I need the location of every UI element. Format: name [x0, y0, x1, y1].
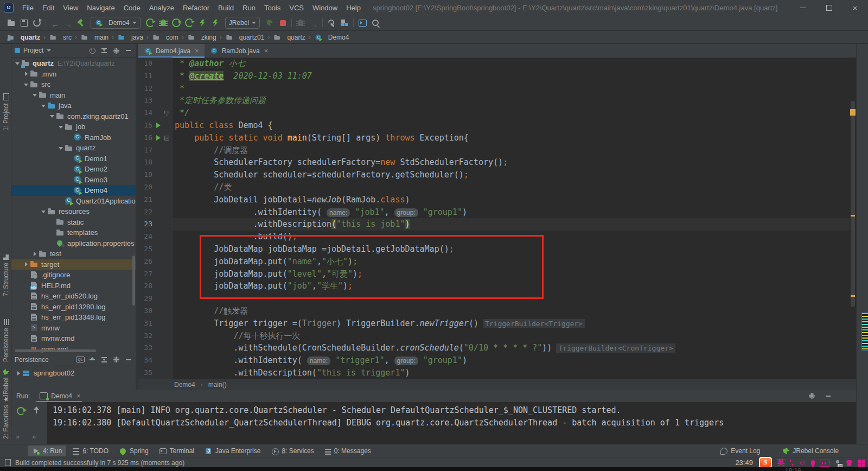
tool-button-jrebel[interactable]: JRebel [1, 369, 11, 398]
locate-file-button[interactable] [88, 46, 97, 55]
run-tab[interactable]: Demo4 × [35, 390, 85, 402]
tree-row-static[interactable]: static [11, 217, 136, 228]
ime-keyboard-icon[interactable] [820, 460, 829, 467]
tree-row-demo4[interactable]: Demo4 [11, 185, 136, 196]
breadcrumb-item-quartz[interactable]: quartz [5, 33, 41, 42]
tree-row-application-properties[interactable]: application.properties [11, 238, 136, 249]
ime-account-icon[interactable] [834, 460, 841, 467]
breadcrumb-item-quartz[interactable]: quartz [272, 33, 306, 42]
ime-emoji-icon[interactable]: ☺ [799, 458, 806, 467]
ime-language-icon[interactable]: 英 [777, 458, 784, 467]
collapsed-arrow-icon[interactable] [23, 71, 29, 77]
menu-help[interactable]: Help [342, 1, 365, 15]
collapsed-arrow-icon[interactable] [16, 371, 21, 376]
run-settings-button[interactable] [807, 392, 816, 400]
close-icon[interactable]: × [76, 392, 81, 400]
expanded-arrow-icon[interactable] [41, 209, 46, 214]
tree-row-ramjob[interactable]: RamJob [11, 132, 136, 143]
tool-window-button-8-services[interactable]: 8: Services [267, 445, 318, 456]
settings-button[interactable] [325, 17, 338, 29]
scroll-up-button[interactable] [33, 406, 40, 414]
tree-row-templates[interactable]: templates [11, 227, 136, 238]
menu-view[interactable]: View [59, 1, 82, 15]
project-panel-title[interactable]: Project [23, 47, 43, 54]
tree-row-quartz[interactable]: quartz [11, 143, 136, 154]
tree-row-gitignore[interactable]: .gitignore [11, 270, 136, 281]
tool-window-button-jrebel-console[interactable]: JRebel Console [778, 445, 843, 456]
breadcrumb-item-zking[interactable]: zking [186, 33, 218, 42]
editor-tab-demo4-java[interactable]: Demo4.java× [138, 44, 205, 58]
expanded-arrow-icon[interactable] [32, 92, 37, 98]
tree-row-demo1[interactable]: Demo1 [11, 154, 136, 164]
menu-analyze[interactable]: Analyze [145, 1, 178, 15]
tree-row-mvnw[interactable]: mvnw [11, 323, 136, 334]
tree-row-mvn[interactable]: .mvn [11, 69, 136, 80]
save-button[interactable] [17, 17, 30, 29]
tree-row-resources[interactable]: resources [11, 206, 136, 217]
run-anything-button[interactable] [356, 17, 369, 29]
collapsed-arrow-icon[interactable] [23, 262, 29, 267]
scrollbar-thumb[interactable] [851, 101, 855, 307]
jrebel-run-button[interactable] [196, 17, 209, 29]
breadcrumb-item-src[interactable]: src [48, 33, 73, 42]
profiler-button[interactable] [183, 17, 196, 29]
fold-icon[interactable] [164, 136, 169, 141]
ql-console-button[interactable]: QL [76, 355, 85, 364]
minimize-button[interactable] [790, 1, 816, 15]
more-actions-icon[interactable]: » [32, 432, 36, 441]
menu-edit[interactable]: Edit [38, 1, 59, 15]
forward-button[interactable] [61, 17, 74, 29]
tree-row-quartz01application[interactable]: Quartz01Application [11, 196, 136, 207]
tree-row-demo2[interactable]: Demo2 [11, 164, 136, 175]
code-editor[interactable]: 10 * @author 小七11 * @create 2020-12-03 1… [138, 58, 850, 379]
ime-punctuation-icon[interactable]: ’, [789, 458, 794, 467]
jrebel-inactive-button[interactable] [263, 17, 276, 29]
expanded-arrow-icon[interactable] [15, 61, 20, 66]
ime-toolbox-icon[interactable] [858, 460, 865, 467]
tree-row-mvnw-cmd[interactable]: mvnw.cmd [11, 333, 136, 344]
expanded-arrow-icon[interactable] [58, 124, 63, 130]
tree-vertical-scrollbar[interactable] [132, 256, 135, 305]
sync-button[interactable] [30, 17, 43, 29]
expanded-arrow-icon[interactable] [49, 113, 55, 119]
breadcrumb-item-com[interactable]: com [151, 33, 180, 42]
tree-row-hs-err-pid520-log[interactable]: hs_err_pid520.log [11, 291, 136, 302]
run-button[interactable] [144, 17, 157, 29]
tree-row-java[interactable]: java [11, 100, 136, 111]
panel-settings-button[interactable] [112, 355, 120, 364]
collapse-all-button[interactable] [100, 355, 108, 364]
tool-window-button-event-log[interactable]: Event Log [716, 445, 764, 456]
run-line-icon[interactable] [156, 135, 161, 141]
attach-debugger-button[interactable] [294, 17, 307, 29]
tool-button-7-structure[interactable]: 7: Structure [1, 254, 11, 296]
tool-window-button-4-run[interactable]: 4: Run [28, 445, 66, 456]
coverage-button[interactable] [170, 17, 183, 29]
tree-row-help-md[interactable]: HELP.md [11, 281, 136, 291]
open-button[interactable] [4, 17, 17, 29]
tree-row-quartz[interactable]: quartzE:\Y2\Quartz\quartz [11, 58, 136, 69]
tool-window-button-java-enterprise[interactable]: Java Enterprise [201, 445, 265, 456]
tool-window-button-spring[interactable]: Spring [115, 445, 153, 456]
persistence-panel-title[interactable]: Persistence [15, 356, 49, 364]
run-console[interactable]: 19:16:02.378 [main] INFO org.quartz.core… [47, 402, 856, 444]
build-button[interactable] [74, 17, 87, 29]
expanded-arrow-icon[interactable] [23, 82, 29, 87]
margin-icon[interactable] [5, 459, 11, 466]
jrebel-debug-button[interactable] [209, 17, 222, 29]
breadcrumb-item-main[interactable]: main [79, 33, 110, 42]
tool-button-persistence[interactable]: Persistence [1, 319, 11, 362]
tree-row-hs-err-pid13348-log[interactable]: hs_err_pid13348.log [11, 312, 136, 323]
expanded-arrow-icon[interactable] [58, 145, 63, 151]
menu-file[interactable]: File [18, 1, 38, 15]
fold-end-icon[interactable] [164, 111, 169, 116]
close-icon[interactable]: × [195, 47, 199, 55]
tree-row-main[interactable]: main [11, 90, 136, 101]
back-button[interactable] [48, 17, 61, 29]
tree-row-test[interactable]: test [11, 249, 136, 259]
ime-skin-icon[interactable] [846, 460, 853, 466]
menu-window[interactable]: Window [308, 1, 342, 15]
hide-panel-button[interactable] [124, 355, 132, 364]
hide-panel-button[interactable] [124, 46, 132, 55]
menu-vcs[interactable]: VCS [285, 1, 308, 15]
error-stripe-mark[interactable] [850, 109, 856, 116]
